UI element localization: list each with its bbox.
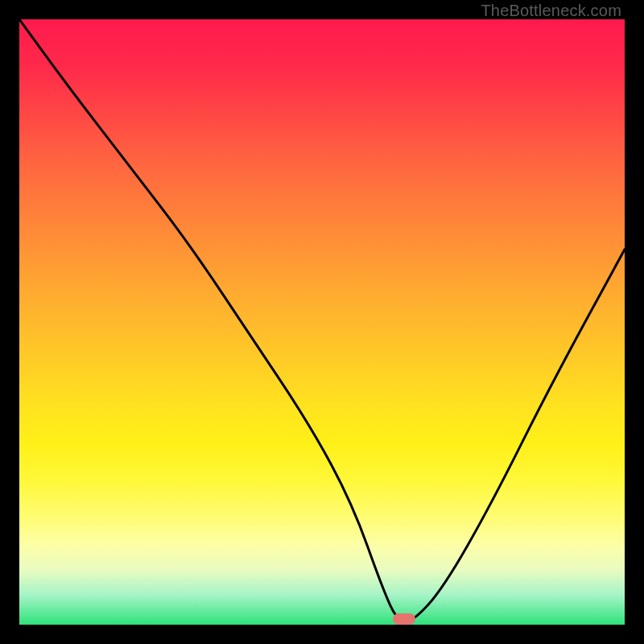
optimal-point-marker bbox=[393, 613, 415, 625]
chart-plot-area bbox=[19, 19, 625, 625]
watermark-text: TheBottleneck.com bbox=[481, 2, 621, 20]
bottleneck-curve bbox=[19, 19, 625, 621]
chart-line-layer bbox=[19, 19, 625, 625]
